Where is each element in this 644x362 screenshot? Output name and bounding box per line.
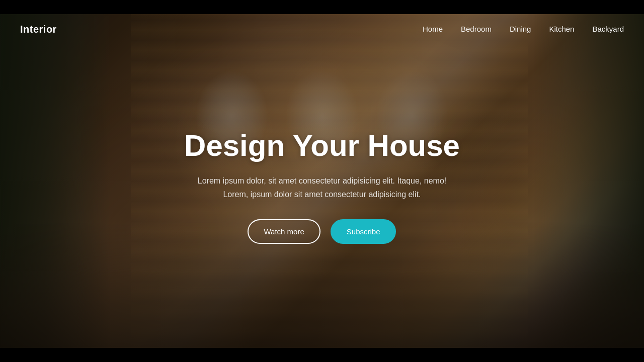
nav-link-bedroom[interactable]: Bedroom bbox=[461, 25, 492, 33]
nav-item-home[interactable]: Home bbox=[423, 25, 443, 34]
hero-section: Interior Home Bedroom Dining Kitchen Bac… bbox=[0, 0, 644, 362]
hero-content: Design Your House Lorem ipsum dolor, sit… bbox=[174, 128, 470, 244]
nav-item-bedroom[interactable]: Bedroom bbox=[461, 25, 492, 34]
nav-link-dining[interactable]: Dining bbox=[510, 25, 531, 33]
navbar: Interior Home Bedroom Dining Kitchen Bac… bbox=[0, 14, 644, 44]
nav-item-kitchen[interactable]: Kitchen bbox=[549, 25, 574, 34]
watch-more-button[interactable]: Watch more bbox=[248, 219, 320, 244]
letterbox-top bbox=[0, 0, 644, 14]
nav-item-dining[interactable]: Dining bbox=[510, 25, 531, 34]
nav-link-kitchen[interactable]: Kitchen bbox=[549, 25, 574, 33]
nav-link-home[interactable]: Home bbox=[423, 25, 443, 33]
letterbox-bottom bbox=[0, 348, 644, 362]
hero-subtitle: Lorem ipsum dolor, sit amet consectetur … bbox=[184, 174, 460, 201]
brand-logo: Interior bbox=[20, 24, 57, 35]
hero-subtitle-line1: Lorem ipsum dolor, sit amet consectetur … bbox=[198, 176, 446, 185]
hero-subtitle-line2: Lorem, ipsum dolor sit amet consectetur … bbox=[223, 190, 421, 199]
hero-title: Design Your House bbox=[184, 128, 460, 163]
nav-link-backyard[interactable]: Backyard bbox=[592, 25, 624, 33]
hero-buttons: Watch more Subscribe bbox=[184, 219, 460, 244]
nav-item-backyard[interactable]: Backyard bbox=[592, 25, 624, 34]
nav-links: Home Bedroom Dining Kitchen Backyard bbox=[423, 25, 624, 34]
subscribe-button[interactable]: Subscribe bbox=[331, 219, 396, 244]
